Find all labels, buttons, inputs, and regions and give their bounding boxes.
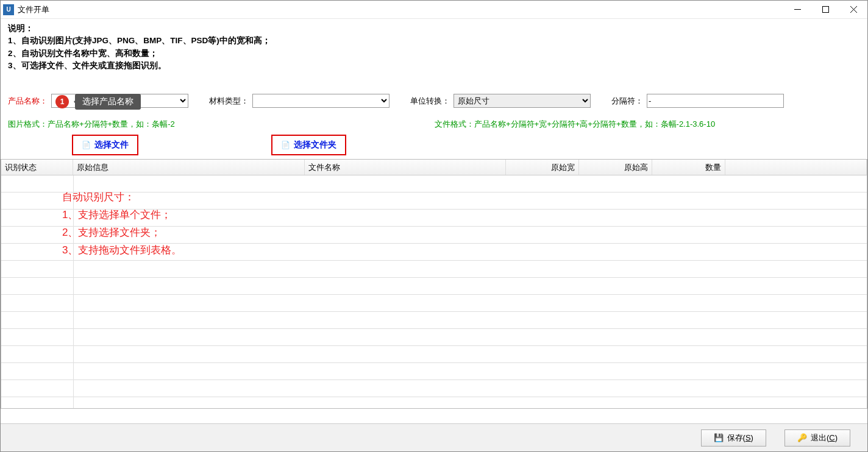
callout-tooltip: 1 选择产品名称 bbox=[55, 94, 141, 110]
material-type-select[interactable] bbox=[252, 94, 390, 108]
file-format-hint: 文件格式：产品名称+分隔符+宽+分隔符+高+分隔符+数量，如：条幅-2.1-3.… bbox=[435, 119, 715, 130]
unit-conv-label: 单位转换： bbox=[410, 96, 450, 107]
save-icon: 💾 bbox=[714, 433, 724, 442]
column-height[interactable]: 原始高 bbox=[579, 160, 652, 175]
maximize-icon bbox=[822, 6, 829, 13]
table-header: 识别状态 原始信息 文件名称 原始宽 原始高 数量 bbox=[1, 160, 867, 175]
description-block: 说明： 1、自动识别图片(支持JPG、PNG、BMP、TIF、PSD等)中的宽和… bbox=[8, 23, 860, 72]
description-line-1: 1、自动识别图片(支持JPG、PNG、BMP、TIF、PSD等)中的宽和高； bbox=[8, 35, 860, 47]
column-status[interactable]: 识别状态 bbox=[1, 160, 73, 175]
window-title: 文件开单 bbox=[18, 4, 49, 15]
column-original[interactable]: 原始信息 bbox=[73, 160, 305, 175]
close-button[interactable] bbox=[839, 1, 867, 19]
folder-select-icon: 📄 bbox=[281, 141, 290, 149]
column-spacer bbox=[725, 160, 867, 175]
callout-badge: 1 bbox=[55, 95, 69, 108]
table-body[interactable]: 自动识别尺寸： 1、支持选择单个文件； 2、支持选择文件夹； 3、支持拖动文件到… bbox=[1, 175, 867, 408]
unit-conv-select[interactable]: 原始尺寸 bbox=[454, 94, 591, 108]
column-qty[interactable]: 数量 bbox=[652, 160, 725, 175]
description-heading: 说明： bbox=[8, 23, 860, 35]
title-bar: U 文件开单 bbox=[1, 1, 867, 19]
overlay-line-3: 3、支持拖动文件到表格。 bbox=[62, 242, 182, 260]
select-file-label: 选择文件 bbox=[94, 139, 129, 150]
image-format-hint: 图片格式：产品名称+分隔符+数量，如：条幅-2 bbox=[8, 119, 435, 130]
description-line-2: 2、自动识别文件名称中宽、高和数量； bbox=[8, 48, 860, 60]
select-file-button[interactable]: 📄 选择文件 bbox=[72, 135, 138, 155]
save-label: 保存(S) bbox=[727, 433, 753, 443]
select-folder-label: 选择文件夹 bbox=[294, 139, 336, 150]
select-folder-button[interactable]: 📄 选择文件夹 bbox=[271, 135, 346, 155]
minimize-button[interactable] bbox=[783, 1, 811, 19]
overlay-line-1: 1、支持选择单个文件； bbox=[62, 207, 182, 224]
exit-button[interactable]: 🔑 退出(C) bbox=[784, 429, 850, 447]
overlay-title: 自动识别尺寸： bbox=[62, 189, 182, 207]
separator-input[interactable] bbox=[647, 94, 784, 108]
material-type-label: 材料类型： bbox=[209, 96, 249, 107]
overlay-line-2: 2、支持选择文件夹； bbox=[62, 224, 182, 242]
column-filename[interactable]: 文件名称 bbox=[305, 160, 506, 175]
save-button[interactable]: 💾 保存(S) bbox=[701, 429, 766, 447]
table-overlay-help: 自动识别尺寸： 1、支持选择单个文件； 2、支持选择文件夹； 3、支持拖动文件到… bbox=[62, 189, 182, 260]
app-icon: U bbox=[3, 4, 14, 15]
file-select-icon: 📄 bbox=[82, 141, 91, 149]
callout-text: 选择产品名称 bbox=[75, 94, 141, 110]
product-name-label: 产品名称： bbox=[8, 96, 48, 107]
footer-bar: 💾 保存(S) 🔑 退出(C) bbox=[1, 423, 867, 451]
data-table: 识别状态 原始信息 文件名称 原始宽 原始高 数量 自动识别尺寸： 1、支持选择… bbox=[1, 159, 867, 409]
separator-label: 分隔符： bbox=[611, 96, 643, 107]
minimize-icon bbox=[794, 6, 801, 13]
hints-row: 图片格式：产品名称+分隔符+数量，如：条幅-2 文件格式：产品名称+分隔符+宽+… bbox=[8, 119, 860, 130]
exit-icon: 🔑 bbox=[797, 433, 807, 442]
exit-label: 退出(C) bbox=[811, 433, 838, 443]
column-width[interactable]: 原始宽 bbox=[506, 160, 579, 175]
maximize-button[interactable] bbox=[811, 1, 839, 19]
close-icon bbox=[850, 6, 857, 13]
description-line-3: 3、可选择文件、文件夹或直接拖图识别。 bbox=[8, 60, 860, 72]
svg-rect-1 bbox=[822, 7, 828, 13]
button-row: 📄 选择文件 📄 选择文件夹 bbox=[8, 135, 860, 155]
